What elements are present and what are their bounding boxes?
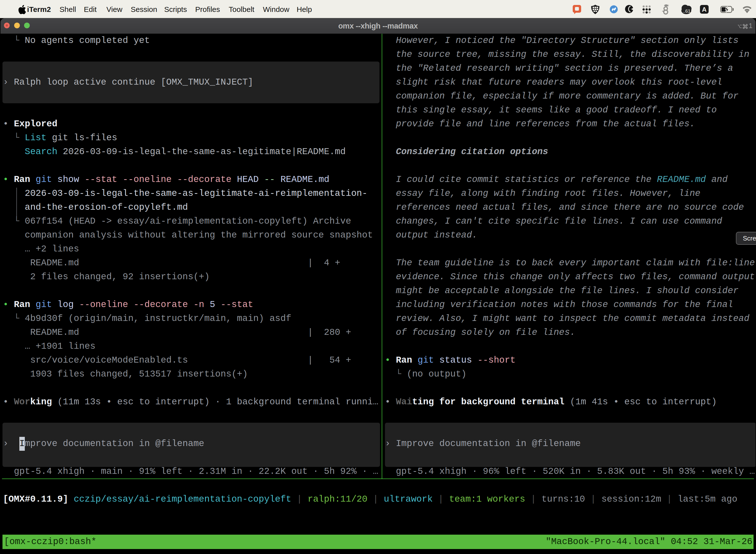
svg-text:A: A [702,6,707,13]
svg-text:..61: ..61 [683,8,691,14]
